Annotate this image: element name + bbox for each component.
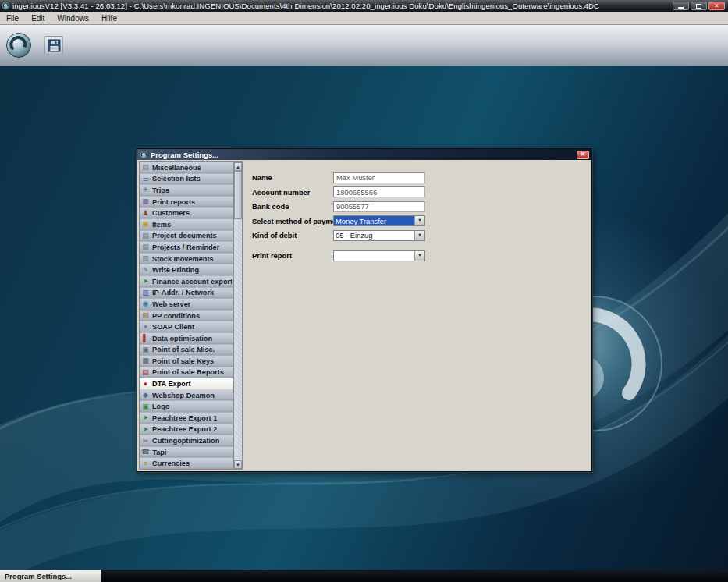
dropdown-arrow-icon[interactable]: ▼ <box>414 251 424 261</box>
minimize-button[interactable] <box>673 2 689 10</box>
red-ball-icon: ● <box>141 381 150 388</box>
report-icon: ▤ <box>141 369 150 376</box>
sidebar-item-miscellaneous[interactable]: ▤Miscellaneous <box>140 162 233 174</box>
sidebar-item-label: Data optimisation <box>152 335 212 342</box>
settings-listbox: ▤Miscellaneous☰Selection lists✈Trips▦Pri… <box>139 161 243 470</box>
sidebar-item-cuttingoptimization[interactable]: ✂Cuttingoptimization <box>140 435 233 447</box>
sidebar-item-pp-conditions[interactable]: ▨PP conditions <box>140 311 233 322</box>
sidebar-item-label: Selection lists <box>152 175 201 183</box>
sidebar-item-items[interactable]: ▣Items <box>140 219 233 231</box>
sidebar-item-trips[interactable]: ✈Trips <box>140 185 233 197</box>
sidebar-item-logo[interactable]: ▣Logo <box>140 401 233 413</box>
sidebar-item-write-printing[interactable]: ✎Write Printing <box>140 264 233 276</box>
bank-code-input[interactable] <box>333 201 425 212</box>
dialog-titlebar[interactable]: Program Settings... ✕ <box>137 149 591 160</box>
sidebar-item-label: Items <box>152 221 171 229</box>
sidebar-item-label: Peachtree Export 1 <box>152 414 217 422</box>
settings-list: ▤Miscellaneous☰Selection lists✈Trips▦Pri… <box>140 162 233 469</box>
sidebar-item-dta-export[interactable]: ●DTA Export <box>140 378 233 390</box>
scroll-down-button[interactable]: ▼ <box>234 460 242 469</box>
account-number-input[interactable] <box>333 186 425 197</box>
sidebar-item-selection-lists[interactable]: ☰Selection lists <box>140 174 233 186</box>
desktop: ingeniousV12 [V3.3.41 - 26.03.12] - C:\U… <box>0 0 728 582</box>
menu-file[interactable]: File <box>0 12 25 24</box>
minimize-icon <box>678 7 684 9</box>
sidebar-item-label: SOAP Client <box>152 323 194 331</box>
sidebar-item-print-reports[interactable]: ▦Print reports <box>140 197 233 208</box>
scrollbar-track[interactable] <box>234 171 242 460</box>
sidebar-item-label: Point of sale Misc. <box>152 346 215 353</box>
sidebar-item-data-optimisation[interactable]: ▌Data optimisation <box>140 333 233 345</box>
list-icon: ☰ <box>141 176 150 183</box>
sidebar-item-point-of-sale-reports[interactable]: ▤Point of sale Reports <box>140 367 233 379</box>
name-input[interactable] <box>333 172 425 183</box>
dialog-close-button[interactable]: ✕ <box>577 151 589 159</box>
sidebar-item-web-server[interactable]: ◉Web server <box>140 299 233 311</box>
menu-bar: FileEditWindowsHilfe <box>0 12 728 25</box>
print-report-label: Print report <box>252 251 333 260</box>
debit-kind-select[interactable]: 05 - Einzug▼ <box>333 230 425 241</box>
scissors-icon: ✂ <box>141 438 150 445</box>
clipboard-icon: ▤ <box>141 164 150 171</box>
conditions-icon: ▨ <box>141 312 150 319</box>
sidebar-item-soap-client[interactable]: ✦SOAP Client <box>140 321 233 333</box>
export-icon: ➤ <box>141 414 150 421</box>
window-controls: ✕ <box>673 2 726 10</box>
form-row-payment-method: Select method of paymenMoney Transfer▼ <box>252 215 585 227</box>
form-row-debit-kind: Kind of debit05 - Einzug▼ <box>252 229 585 241</box>
menu-edit[interactable]: Edit <box>25 12 51 24</box>
sidebar-item-label: Cuttingoptimization <box>152 437 219 445</box>
sidebar-item-peachtree-export-1[interactable]: ➤Peachtree Export 1 <box>140 413 233 424</box>
scroll-up-button[interactable]: ▲ <box>234 162 242 171</box>
sidebar-item-finance-account-export[interactable]: ➤Finance account export <box>140 276 233 288</box>
form-row-name: Name <box>252 172 585 183</box>
chart-icon: ▌ <box>141 335 150 342</box>
print-report-select[interactable]: ▼ <box>333 250 425 261</box>
program-settings-dialog: Program Settings... ✕ ▤Miscellaneous☰Sel… <box>137 148 592 472</box>
printer-icon: ▦ <box>141 198 150 205</box>
sidebar-item-label: Miscellaneous <box>152 164 201 172</box>
document-icon: ▤ <box>141 232 150 240</box>
items-icon: ▣ <box>141 221 150 228</box>
form-row-account-number: Account number <box>252 186 585 198</box>
maximize-button[interactable] <box>691 2 707 10</box>
debit-kind-value: 05 - Einzug <box>334 231 414 240</box>
account-number-label: Account number <box>252 188 333 197</box>
sidebar-item-point-of-sale-keys[interactable]: ▦Point of sale Keys <box>140 356 233 367</box>
status-text: Program Settings... <box>0 570 101 582</box>
dropdown-arrow-icon[interactable]: ▼ <box>414 231 424 240</box>
export-icon: ➤ <box>141 278 150 285</box>
sidebar-item-label: Customers <box>152 209 190 217</box>
sidebar-item-label: Project documents <box>152 232 217 240</box>
sidebar-item-ip-addr-network[interactable]: ▥IP-Addr. / Network <box>140 288 233 300</box>
pen-icon: ✎ <box>141 267 150 274</box>
pos-icon: ▣ <box>141 346 150 353</box>
menu-hilfe[interactable]: Hilfe <box>95 12 123 24</box>
close-button[interactable]: ✕ <box>708 2 725 10</box>
sidebar-item-label: IP-Addr. / Network <box>152 289 214 296</box>
list-scrollbar[interactable]: ▲ ▼ <box>233 162 242 469</box>
sidebar-item-label: DTA Export <box>152 380 191 388</box>
window-title: ingeniousV12 [V3.3.41 - 26.03.12] - C:\U… <box>12 2 670 10</box>
debit-kind-label: Kind of debit <box>252 231 333 240</box>
payment-method-value: Money Transfer <box>334 216 414 225</box>
sidebar-item-label: Print reports <box>152 198 195 206</box>
save-button[interactable] <box>44 36 63 55</box>
sidebar-item-tapi[interactable]: ☎Tapi <box>140 447 233 459</box>
payment-method-select[interactable]: Money Transfer▼ <box>333 215 425 226</box>
sidebar-item-label: Finance account export <box>152 278 232 286</box>
window-titlebar: ingeniousV12 [V3.3.41 - 26.03.12] - C:\U… <box>0 0 728 12</box>
export-icon: ➤ <box>141 426 150 433</box>
image-icon: ▣ <box>141 403 150 410</box>
sidebar-item-webshop-deamon[interactable]: ◆Webshop Deamon <box>140 390 233 402</box>
sidebar-item-projects-reminder[interactable]: ▤Projects / Reminder <box>140 242 233 254</box>
sidebar-item-currencies[interactable]: ¤Currencies <box>140 458 233 469</box>
sidebar-item-stock-movements[interactable]: ▥Stock movements <box>140 254 233 265</box>
menu-windows[interactable]: Windows <box>51 12 95 24</box>
sidebar-item-point-of-sale-misc[interactable]: ▣Point of sale Misc. <box>140 345 233 357</box>
dropdown-arrow-icon[interactable]: ▼ <box>414 216 424 225</box>
sidebar-item-customers[interactable]: ♟Customers <box>140 208 233 219</box>
sidebar-item-peachtree-export-2[interactable]: ➤Peachtree Export 2 <box>140 424 233 436</box>
scrollbar-thumb[interactable] <box>234 171 242 219</box>
sidebar-item-project-documents[interactable]: ▤Project documents <box>140 231 233 243</box>
